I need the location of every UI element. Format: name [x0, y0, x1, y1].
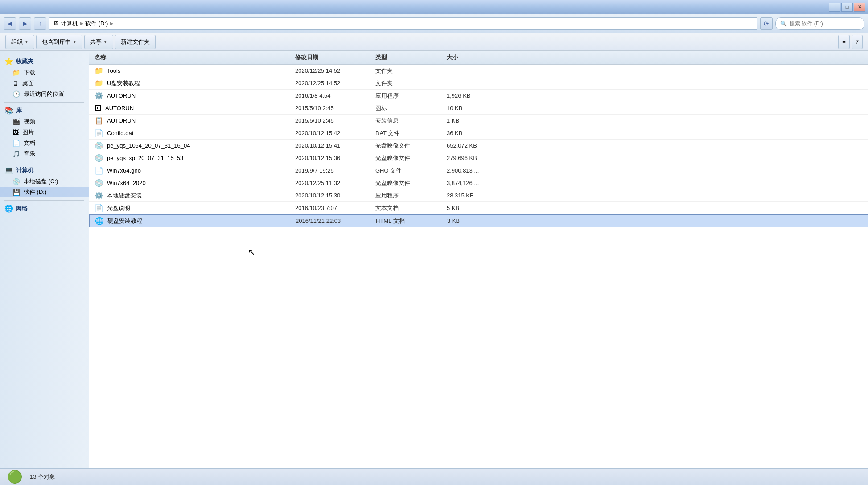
file-name-cell: 📁 U盘安装教程 [93, 78, 293, 88]
refresh-button[interactable]: ⟳ [760, 17, 773, 30]
file-size: 1,926 KB [445, 91, 507, 100]
title-bar: — □ ✕ [0, 0, 868, 14]
downloads-label: 下载 [24, 69, 35, 77]
new-folder-button[interactable]: 新建文件夹 [115, 35, 156, 49]
file-icon: 📁 [95, 79, 103, 87]
breadcrumb[interactable]: 🖥 计算机 ▶ 软件 (D:) ▶ [49, 17, 757, 30]
file-name-cell: 📄 Config.dat [93, 128, 293, 138]
drive-c-icon: 💿 [12, 178, 20, 185]
share-button[interactable]: 共享 ▼ [84, 35, 113, 49]
table-row[interactable]: 📁 U盘安装教程 2020/12/25 14:52 文件夹 [89, 77, 868, 90]
recent-label: 最近访问的位置 [24, 90, 64, 98]
file-type: HTML 文档 [374, 216, 445, 226]
table-row[interactable]: 💿 pe_yqs_xp_20_07_31_15_53 2020/10/12 15… [89, 152, 868, 164]
sidebar-divider-2 [4, 162, 84, 162]
file-icon: 📄 [95, 129, 103, 137]
file-name-cell: 💿 pe_yqs_1064_20_07_31_16_04 [93, 140, 293, 151]
table-row[interactable]: 📋 AUTORUN 2015/5/10 2:45 安装信息 1 KB [89, 115, 868, 127]
file-date: 2019/9/7 19:25 [293, 166, 374, 175]
table-row[interactable]: 🌐 硬盘安装教程 2016/11/21 22:03 HTML 文档 3 KB [89, 214, 868, 227]
file-name-text: pe_yqs_xp_20_07_31_15_53 [107, 155, 183, 161]
recent-icon: 🕐 [12, 90, 20, 98]
file-size [445, 82, 507, 84]
status-item-count: 13 个对象 [30, 473, 55, 481]
file-icon: 📄 [95, 204, 103, 212]
include-in-library-button[interactable]: 包含到库中 ▼ [36, 35, 82, 49]
sidebar-item-documents[interactable]: 📄 文档 [0, 138, 89, 148]
organize-button[interactable]: 组织 ▼ [5, 35, 34, 49]
up-button[interactable]: ↑ [34, 17, 46, 30]
table-row[interactable]: 🖼 AUTORUN 2015/5/10 2:45 图标 10 KB [89, 102, 868, 115]
help-button[interactable]: ? [852, 35, 863, 49]
sidebar-group-library[interactable]: 📚 库 [0, 104, 89, 116]
breadcrumb-drive-d[interactable]: 软件 (D:) [85, 20, 108, 28]
file-date: 2016/10/23 7:07 [293, 204, 374, 212]
breadcrumb-computer[interactable]: 计算机 [61, 20, 78, 28]
file-size: 2,900,813 ... [445, 166, 507, 175]
pictures-icon: 🖼 [12, 129, 19, 136]
file-date: 2020/10/12 15:41 [293, 141, 374, 150]
sidebar: ⭐ 收藏夹 📁 下载 🖥 桌面 🕐 最近访问的位置 📚 库 [0, 51, 89, 468]
sidebar-item-recent[interactable]: 🕐 最近访问的位置 [0, 89, 89, 99]
forward-button[interactable]: ▶ [19, 17, 31, 30]
file-name-text: Tools [107, 67, 120, 74]
drive-d-icon: 💾 [12, 189, 20, 196]
sidebar-item-downloads[interactable]: 📁 下载 [0, 67, 89, 78]
new-folder-label: 新建文件夹 [121, 38, 150, 46]
search-input[interactable] [790, 21, 852, 27]
col-header-name[interactable]: 名称 [93, 53, 293, 62]
view-button[interactable]: ≡ [838, 35, 850, 49]
file-type: DAT 文件 [374, 128, 445, 138]
table-row[interactable]: ⚙️ AUTORUN 2016/1/8 4:54 应用程序 1,926 KB [89, 90, 868, 102]
file-name-text: 光盘说明 [107, 204, 130, 212]
col-header-type[interactable]: 类型 [374, 53, 445, 62]
sidebar-item-music[interactable]: 🎵 音乐 [0, 148, 89, 159]
file-date: 2020/12/25 14:52 [293, 79, 374, 87]
file-name-text: Config.dat [107, 130, 133, 136]
table-row[interactable]: 💿 Win7x64_2020 2020/12/25 11:32 光盘映像文件 3… [89, 177, 868, 189]
table-row[interactable]: 💿 pe_yqs_1064_20_07_31_16_04 2020/10/12 … [89, 140, 868, 152]
table-row[interactable]: 📄 光盘说明 2016/10/23 7:07 文本文档 5 KB [89, 202, 868, 214]
table-row[interactable]: ⚙️ 本地硬盘安装 2020/10/12 15:30 应用程序 28,315 K… [89, 189, 868, 202]
sidebar-group-network[interactable]: 🌐 网络 [0, 202, 89, 214]
sidebar-item-pictures[interactable]: 🖼 图片 [0, 127, 89, 138]
col-header-modified[interactable]: 修改日期 [293, 53, 374, 62]
documents-label: 文档 [24, 139, 35, 147]
file-type: 文本文档 [374, 203, 445, 213]
sidebar-section-favorites: ⭐ 收藏夹 📁 下载 🖥 桌面 🕐 最近访问的位置 [0, 55, 89, 99]
file-name-text: AUTORUN [105, 105, 134, 111]
file-type: 光盘映像文件 [374, 178, 445, 188]
back-button[interactable]: ◀ [4, 17, 16, 30]
close-button[interactable]: ✕ [854, 3, 865, 12]
file-size: 28,315 KB [445, 191, 507, 200]
sidebar-group-computer[interactable]: 💻 计算机 [0, 164, 89, 176]
sidebar-item-desktop[interactable]: 🖥 桌面 [0, 78, 89, 89]
file-name-cell: 💿 pe_yqs_xp_20_07_31_15_53 [93, 153, 293, 163]
maximize-button[interactable]: □ [841, 3, 853, 12]
file-name-cell: 📋 AUTORUN [93, 115, 293, 126]
file-date: 2020/10/12 15:36 [293, 154, 374, 162]
favorites-label: 收藏夹 [16, 58, 33, 66]
sidebar-item-video[interactable]: 🎬 视频 [0, 116, 89, 127]
col-header-size[interactable]: 大小 [445, 53, 507, 62]
sidebar-item-drive-d[interactable]: 💾 软件 (D:) [0, 187, 89, 197]
desktop-label: 桌面 [22, 79, 34, 87]
file-name-text: 硬盘安装教程 [107, 217, 142, 225]
drive-c-label: 本地磁盘 (C:) [24, 177, 58, 185]
minimize-button[interactable]: — [829, 3, 840, 12]
file-area: 名称 修改日期 类型 大小 📁 Tools 2020/12/25 14:52 文… [89, 51, 868, 468]
file-date: 2020/12/25 11:32 [293, 179, 374, 187]
file-size: 3,874,126 ... [445, 179, 507, 187]
table-row[interactable]: 📁 Tools 2020/12/25 14:52 文件夹 [89, 65, 868, 77]
table-row[interactable]: 📄 Win7x64.gho 2019/9/7 19:25 GHO 文件 2,90… [89, 164, 868, 177]
file-name-cell: 🌐 硬盘安装教程 [93, 216, 294, 226]
sidebar-group-favorites[interactable]: ⭐ 收藏夹 [0, 55, 89, 67]
file-name-cell: ⚙️ 本地硬盘安装 [93, 190, 293, 201]
file-icon: 💿 [95, 154, 103, 162]
table-row[interactable]: 📄 Config.dat 2020/10/12 15:42 DAT 文件 36 … [89, 127, 868, 140]
share-dropdown-arrow: ▼ [103, 40, 107, 44]
network-icon: 🌐 [4, 204, 13, 213]
documents-icon: 📄 [12, 140, 20, 147]
sidebar-item-drive-c[interactable]: 💿 本地磁盘 (C:) [0, 176, 89, 187]
file-size: 5 KB [445, 204, 507, 212]
